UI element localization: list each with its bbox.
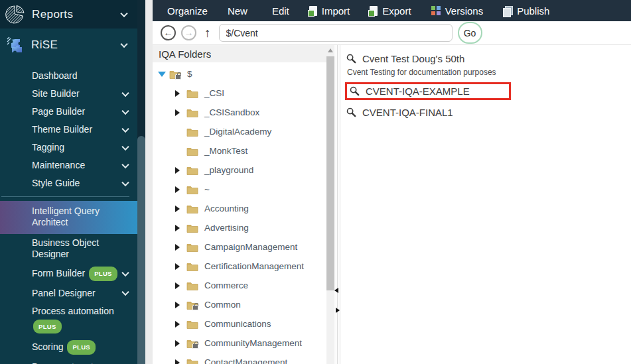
tree-scrollbar-thumb[interactable] — [326, 56, 334, 290]
back-button[interactable]: ← — [161, 25, 176, 40]
query-result-item[interactable]: Cvent Test Doug's 50th — [344, 50, 631, 67]
sidebar-item[interactable]: Style Guide — [0, 174, 137, 192]
sidebar-item[interactable]: Page Builder — [0, 103, 137, 121]
navigation-bar: ← → ↑ Go — [153, 21, 631, 45]
tree-row[interactable]: _playground — [153, 160, 326, 180]
sidebar-scrollbar[interactable] — [137, 0, 145, 364]
sidebar-item-label: Tagging — [32, 142, 64, 152]
toolbar-item[interactable]: Edit — [267, 5, 289, 17]
sidebar-item-label: Dashboard — [32, 70, 78, 81]
plus-badge: PLUS — [89, 267, 117, 281]
tree-row[interactable]: Common — [153, 295, 326, 314]
chevron-down-icon — [121, 143, 129, 150]
tree-expander-icon[interactable] — [175, 321, 185, 328]
sidebar-item[interactable]: Process automation PLUS — [0, 302, 137, 337]
folder-label: CampaignManagement — [204, 242, 297, 252]
toolbar-item[interactable]: Publish — [503, 5, 549, 17]
forward-button[interactable]: → — [181, 25, 196, 40]
sidebar-item[interactable]: Site Builder — [0, 85, 137, 103]
tree-row[interactable]: CampaignManagement — [153, 237, 326, 257]
chevron-down-icon — [121, 89, 129, 96]
query-result-item[interactable]: CVENT-IQA-FINAL1 — [344, 104, 631, 121]
folder-label: _DigitalAcademy — [204, 127, 271, 137]
tree-expander-icon[interactable] — [175, 263, 185, 270]
sidebar-item[interactable]: Panel Designer — [0, 284, 137, 302]
query-result-item[interactable]: CVENT-IQA-EXAMPLE — [345, 82, 511, 100]
tree-row[interactable]: Accounting — [153, 199, 326, 218]
sidebar-item[interactable]: Business Object Designer — [0, 234, 137, 263]
tree-row[interactable]: CertificationManagement — [153, 257, 326, 276]
tree-expander-icon[interactable] — [158, 72, 168, 77]
toolbar-icon — [309, 6, 317, 16]
folder-label: _CSISandbox — [204, 107, 259, 117]
tree-row[interactable]: _DigitalAcademy — [153, 122, 326, 141]
sidebar-item-label: Site Builder — [32, 88, 80, 99]
tree-row[interactable]: CommunityManagement — [153, 334, 326, 353]
scroll-up-icon[interactable] — [328, 48, 333, 52]
sidebar-item[interactable]: Form BuilderPLUS — [0, 263, 137, 284]
toolbar-item[interactable]: Versions — [431, 5, 484, 17]
lock-icon — [192, 305, 198, 310]
folder-icon — [186, 89, 198, 98]
sidebar-item-label: Intelligent Query Architect — [32, 206, 100, 227]
tree-expander-icon[interactable] — [175, 109, 185, 116]
sidebar-section-reports[interactable]: Reports — [0, 0, 137, 29]
tree-expander-icon[interactable] — [175, 340, 185, 347]
sidebar-item[interactable]: Dashboard — [0, 67, 137, 85]
sidebar-item-label: Style Guide — [32, 178, 80, 188]
toolbar-item-label: Organize — [167, 5, 208, 17]
sidebar-section-rise[interactable]: RiSE — [0, 30, 137, 60]
path-input[interactable] — [219, 24, 453, 42]
tree-row[interactable]: Communications — [153, 314, 326, 334]
sidebar-item-label: Maintenance — [32, 160, 85, 170]
toolbar-item-label: Publish — [517, 5, 549, 17]
up-level-button[interactable]: ↑ — [204, 26, 211, 40]
tree-expander-icon[interactable] — [175, 359, 185, 364]
folder-icon — [186, 358, 198, 364]
plus-badge: PLUS — [67, 340, 96, 355]
sidebar-divider — [1, 196, 129, 197]
toolbar-item[interactable]: Export — [370, 5, 411, 17]
sidebar-item-label: Panel Designer — [32, 288, 96, 298]
collapse-left-icon[interactable] — [334, 288, 338, 293]
tree-expander-icon[interactable] — [175, 244, 185, 251]
tree-expander-icon[interactable] — [175, 206, 185, 212]
sidebar-item[interactable]: Maintenance — [0, 156, 137, 174]
sidebar-item[interactable]: ScoringPLUS — [0, 337, 137, 358]
folder-icon — [186, 223, 198, 233]
toolbar-item[interactable]: New — [228, 5, 247, 17]
toolbar-item-label: New — [228, 5, 247, 17]
toolbar-item[interactable]: Import — [309, 5, 350, 17]
toolbar-item[interactable]: Organize — [167, 5, 208, 17]
tree-row[interactable]: ContactManagement — [153, 353, 326, 364]
tree-row[interactable]: _CSISandbox — [153, 103, 326, 122]
sidebar-item[interactable]: Tagging — [0, 139, 137, 156]
tree-expander-icon[interactable] — [175, 282, 185, 289]
tree-row[interactable]: ~ — [153, 180, 326, 199]
query-search-icon — [350, 86, 360, 96]
tree-scrollbar[interactable] — [326, 45, 334, 364]
tree-expander-icon[interactable] — [175, 186, 185, 193]
tree-expander-icon[interactable] — [175, 225, 185, 231]
sidebar-item[interactable]: Document system — [0, 358, 137, 364]
sidebar-item[interactable]: Intelligent Query Architect — [0, 201, 137, 234]
sidebar-item[interactable]: Theme Builder — [0, 121, 137, 139]
tree-row[interactable]: _MonkTest — [153, 141, 326, 160]
tree-row[interactable]: Commerce — [153, 276, 326, 295]
tree-expander-icon[interactable] — [175, 90, 185, 97]
folder-label: Communications — [204, 319, 271, 329]
tree-expander-icon[interactable] — [175, 167, 185, 174]
tree-row[interactable]: $ — [153, 64, 326, 84]
sidebar-scrollbar-thumb[interactable] — [137, 136, 145, 364]
iqa-folders-header: IQA Folders — [153, 45, 335, 62]
tree-expander-icon[interactable] — [175, 302, 185, 308]
panel-splitter[interactable] — [334, 45, 340, 364]
sidebar-menu: Dashboard Site Builder Page Builder Them… — [0, 67, 137, 364]
tree-row[interactable]: Advertising — [153, 218, 326, 237]
go-button[interactable]: Go — [458, 22, 482, 44]
folder-label: ~ — [204, 184, 210, 194]
reports-pie-icon — [5, 5, 25, 25]
sidebar-item-label: Document system — [32, 361, 106, 364]
folder-icon — [169, 70, 181, 79]
tree-row[interactable]: _CSI — [153, 84, 326, 103]
